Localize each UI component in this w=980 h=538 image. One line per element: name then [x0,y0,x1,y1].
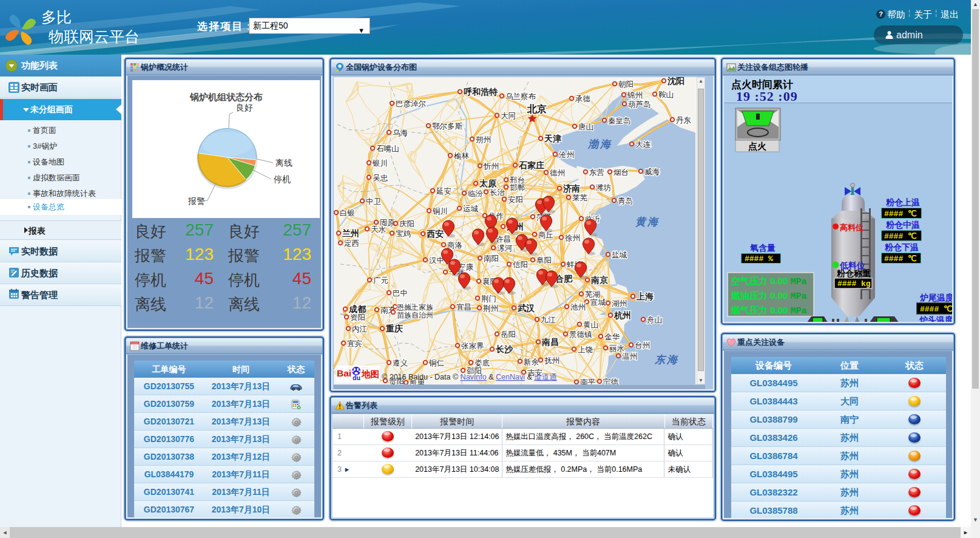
svg-text:舟山: 舟山 [647,316,662,324]
svg-text:石嘴山: 石嘴山 [376,145,399,153]
svg-text:九江: 九江 [541,316,556,324]
svg-text:高料位: 高料位 [840,223,863,232]
svg-text:池州: 池州 [570,303,586,312]
svg-text:徐州: 徐州 [565,234,580,242]
svg-text:东营: 东营 [589,168,604,177]
svg-text:地图: 地图 [361,369,379,379]
svg-text:巴彦淖尔: 巴彦淖尔 [396,100,426,108]
svg-text:邯郸: 邯郸 [510,183,525,192]
svg-text:天津: 天津 [544,134,562,143]
svg-text:台州: 台州 [635,341,650,350]
svg-text:#### ℃: #### ℃ [884,232,917,241]
svg-text:上饶: 上饶 [578,346,593,354]
svg-text:金华: 金华 [604,333,620,341]
svg-text:信阳: 信阳 [512,260,528,269]
svg-text:新余: 新余 [524,358,539,366]
svg-text:景德镇: 景德镇 [569,330,592,339]
svg-text:秦皇岛: 秦皇岛 [608,117,631,125]
svg-text:#### ℃: #### ℃ [920,305,953,314]
svg-text:威海: 威海 [644,168,660,176]
svg-text:唐山: 唐山 [578,123,593,131]
svg-text:朝阳: 朝阳 [618,80,634,89]
svg-text:南平: 南平 [580,378,596,385]
svg-text:丹东: 丹东 [676,116,691,124]
svg-text:宣城: 宣城 [590,298,606,307]
svg-text:宝鸡: 宝鸡 [396,230,411,238]
svg-text:鞍山: 鞍山 [658,90,674,99]
svg-text:潍坊: 潍坊 [596,183,612,192]
svg-text:燃气压力 0.00 MPa: 燃气压力 0.00 MPa [731,305,807,316]
svg-text:锅炉机组状态分布: 锅炉机组状态分布 [189,92,263,102]
svg-text:空气压力 0.00 MPa: 空气压力 0.00 MPa [731,276,807,287]
svg-text:#### ℃: #### ℃ [884,209,917,219]
svg-text:临汾: 临汾 [468,189,484,198]
svg-text:铜川: 铜川 [432,207,448,216]
svg-text:乌兰察布: 乌兰察布 [505,92,536,101]
svg-text:呼和浩特: 呼和浩特 [464,87,498,97]
svg-text:良好: 良好 [236,103,253,112]
svg-text:盐城: 盐城 [612,251,627,259]
svg-text:庆阳: 庆阳 [399,220,414,228]
svg-text:恩施土家族: 恩施土家族 [396,303,433,312]
svg-text:黄山: 黄山 [583,321,598,329]
svg-text:荆门: 荆门 [481,295,496,303]
svg-text:漯河: 漯河 [497,244,513,253]
svg-text:沈阳: 沈阳 [667,77,684,86]
svg-text:资阳: 资阳 [350,313,365,322]
svg-text:重庆: 重庆 [385,324,403,333]
svg-text:张家界: 张家界 [461,342,484,350]
svg-text:大同: 大同 [501,112,516,120]
svg-text:青岛: 青岛 [618,197,633,205]
svg-text:榆林: 榆林 [454,152,470,160]
svg-text:Bai: Bai [337,368,351,378]
svg-text:天水: 天水 [371,225,387,234]
svg-text:延安: 延安 [436,187,451,196]
svg-text:定西: 定西 [344,239,359,248]
svg-text:南昌: 南昌 [541,337,559,347]
svg-text:烟台: 烟台 [613,168,629,177]
svg-text:西安: 西安 [427,229,444,239]
svg-text:阜阳: 阜阳 [536,256,552,265]
svg-text:离线: 离线 [275,158,292,168]
svg-text:渤海: 渤海 [587,138,612,150]
svg-text:停机: 停机 [274,174,291,184]
svg-text:内江: 内江 [352,325,367,333]
svg-text:鄂尔多斯: 鄂尔多斯 [432,122,463,131]
svg-text:铜仁: 铜仁 [428,359,444,367]
svg-text:德州: 德州 [550,169,565,177]
svg-text:宁德: 宁德 [603,378,619,385]
svg-text:安阳: 安阳 [508,196,523,204]
svg-text:运城: 运城 [463,205,479,213]
svg-text:大连: 大连 [635,140,651,149]
svg-text:抚州: 抚州 [544,356,559,365]
svg-text:黄海: 黄海 [635,216,660,228]
svg-text:吴忠: 吴忠 [373,174,388,182]
svg-text:沧州: 沧州 [558,151,574,159]
svg-text:遵义: 遵义 [393,359,408,367]
svg-text:湖州: 湖州 [612,299,627,308]
svg-text:兰州: 兰州 [342,228,359,238]
svg-text:锦州: 锦州 [627,91,643,100]
svg-text:白银: 白银 [340,209,355,217]
svg-text:粉仓下温: 粉仓下温 [884,242,919,252]
svg-text:#### kg: #### kg [837,279,871,288]
svg-text:燃油压力 0.00 MPa: 燃油压力 0.00 MPa [731,290,807,302]
svg-text:宜昌: 宜昌 [456,303,471,312]
svg-text:粉仓上温: 粉仓上温 [885,197,920,207]
svg-text:朔州: 朔州 [476,135,491,144]
svg-text:济南: 济南 [563,183,580,194]
svg-text:#### ℃: #### ℃ [884,254,917,264]
svg-text:南阳: 南阳 [484,254,499,263]
svg-text:荆州: 荆州 [483,304,498,313]
svg-text:du: du [353,374,360,381]
svg-text:东海: 东海 [654,354,679,366]
svg-text:成都: 成都 [348,304,367,314]
svg-text:粉仓称重: 粉仓称重 [836,268,871,278]
svg-text:莱芜: 莱芜 [572,194,588,202]
svg-text:长治: 长治 [490,188,505,197]
svg-text:点火: 点火 [748,141,767,152]
svg-text:巴中: 巴中 [393,289,408,298]
svg-text:杭州: 杭州 [613,310,631,320]
svg-text:太原: 太原 [479,179,497,188]
svg-text:炉尾温度: 炉尾温度 [919,293,953,302]
